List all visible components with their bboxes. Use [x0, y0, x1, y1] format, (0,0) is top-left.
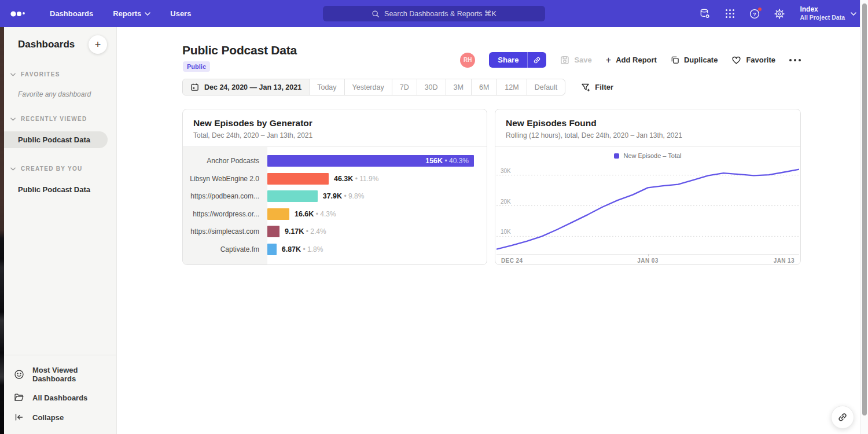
card-new-episodes-found: New Episodes Found Rolling (12 hours), t… [495, 109, 801, 265]
search-input[interactable]: Search Dashboards & Reports ⌘K [323, 6, 545, 21]
smiley-icon [14, 369, 24, 380]
svg-text:?: ? [753, 10, 756, 17]
footer-label: Collapse [32, 413, 64, 422]
bar-row: https://simplecast.com9.17K • 2.4% [183, 223, 487, 241]
share-link-floating-button[interactable] [831, 406, 854, 429]
project-switcher[interactable]: Index All Project Data [800, 5, 856, 21]
bar-segment[interactable] [267, 244, 277, 255]
scrollbar-thumb[interactable] [862, 3, 867, 415]
sidebar-item-public-podcast-data[interactable]: Public Podcast Data [4, 181, 116, 198]
chart-title[interactable]: New Episodes by Generator [193, 118, 476, 128]
filter-label: Filter [595, 83, 613, 91]
add-dashboard-button[interactable]: + [89, 35, 107, 54]
search-icon [372, 10, 380, 18]
bar-row: https://wordpress.or...16.6K • 4.3% [183, 205, 487, 223]
bar-value-label: 156K • 40.3% [425, 157, 469, 165]
save-icon [560, 56, 569, 65]
copy-icon [671, 56, 679, 64]
primary-nav: Dashboards Reports Users [50, 9, 191, 18]
duplicate-label: Duplicate [684, 56, 718, 64]
sidebar-item-public-podcast-data[interactable]: Public Podcast Data [0, 131, 108, 148]
public-badge: Public [183, 61, 210, 72]
duplicate-button[interactable]: Duplicate [671, 56, 718, 64]
bar-value-label: 16.6K • 4.3% [295, 210, 336, 218]
more-options-button[interactable] [789, 57, 801, 64]
share-button[interactable]: Share [489, 52, 546, 68]
favorite-button[interactable]: Favorite [731, 56, 775, 65]
all-dashboards-button[interactable]: All Dashboards [4, 388, 116, 407]
apps-grid-icon[interactable] [724, 8, 735, 20]
date-preset-3m[interactable]: 3M [446, 79, 471, 95]
x-axis: DEC 24JAN 03JAN 13 [496, 254, 799, 265]
bar-value-label: 46.3K • 11.9% [334, 175, 378, 183]
bar-category-label: https://simplecast.com [183, 227, 267, 236]
help-icon[interactable]: ? [749, 8, 760, 20]
date-preset-30d[interactable]: 30D [417, 79, 446, 95]
date-range-group: Dec 24, 2020 — Jan 13, 2021 TodayYesterd… [182, 79, 565, 95]
date-preset-default[interactable]: Default [527, 79, 565, 95]
nav-label: Reports [113, 9, 141, 18]
bar-category-label: Libsyn WebEngine 2.0 [183, 175, 267, 183]
bar-segment[interactable] [267, 173, 329, 185]
nav-label: Dashboards [50, 9, 93, 18]
mixpanel-logo-icon[interactable] [10, 9, 25, 19]
collapse-sidebar-button[interactable]: Collapse [4, 407, 116, 427]
date-range-picker[interactable]: Dec 24, 2020 — Jan 13, 2021 [183, 79, 309, 95]
x-axis-label: DEC 24 [501, 258, 523, 264]
date-preset-today[interactable]: Today [309, 79, 344, 95]
nav-label: Users [170, 9, 191, 18]
chevron-down-icon [10, 167, 16, 171]
project-scope: All Project Data [800, 14, 845, 21]
sidebar: Dashboards + FAVORITES Favorite any dash… [4, 27, 117, 434]
bar-rows: Anchor Podcasts156K • 40.3%Libsyn WebEng… [183, 147, 487, 258]
favorite-label: Favorite [746, 56, 775, 64]
add-report-button[interactable]: + Add Report [606, 56, 657, 65]
chart-title[interactable]: New Episodes Found [506, 118, 790, 128]
filter-button[interactable]: Filter [581, 83, 613, 92]
bar-row: Libsyn WebEngine 2.046.3K • 11.9% [183, 170, 487, 188]
app-window: Dashboards Reports Users Search Dashboar… [0, 0, 868, 434]
date-preset-12m[interactable]: 12M [496, 79, 526, 95]
avatar[interactable]: RH [460, 53, 475, 68]
chart-subtitle: Total, Dec 24th, 2020 – Jan 13th, 2021 [193, 131, 476, 139]
x-axis-label: JAN 03 [637, 258, 658, 264]
bar-segment[interactable] [267, 208, 289, 220]
footer-label: Most Viewed Dashboards [32, 366, 116, 383]
bar-value-label: 9.17K • 2.4% [285, 227, 326, 236]
date-preset-7d[interactable]: 7D [392, 79, 417, 95]
collapse-icon [14, 412, 24, 422]
bar-category-label: Captivate.fm [183, 245, 267, 253]
bar-segment[interactable] [267, 226, 279, 237]
line-series[interactable] [496, 170, 799, 249]
chart-legend[interactable]: New Episode – Total [495, 151, 800, 160]
nav-item-users[interactable]: Users [170, 9, 191, 18]
section-label: CREATED BY YOU [21, 165, 83, 172]
line-plot[interactable]: 10K20K30K [496, 161, 799, 254]
bar-value-label: 6.87K • 1.8% [282, 245, 323, 253]
bar-segment[interactable]: 156K • 40.3% [267, 155, 474, 167]
copy-link-button[interactable] [527, 52, 546, 68]
date-range-text: Dec 24, 2020 — Jan 13, 2021 [204, 83, 301, 91]
bar-value-label: 37.9K • 9.8% [323, 192, 365, 200]
nav-item-reports[interactable]: Reports [113, 9, 150, 18]
section-label: RECENTLY VIEWED [21, 116, 87, 122]
bar-row: Anchor Podcasts156K • 40.3% [183, 152, 487, 170]
dashboard-actions: RH Share Save + Add Report Duplicate [460, 52, 801, 68]
section-recently-viewed[interactable]: RECENTLY VIEWED [4, 116, 116, 122]
section-created-by-you[interactable]: CREATED BY YOU [4, 165, 116, 172]
date-preset-6m[interactable]: 6M [471, 79, 496, 95]
calendar-icon [190, 83, 199, 91]
nav-item-dashboards[interactable]: Dashboards [50, 9, 93, 18]
plus-icon: + [606, 56, 611, 65]
bar-category-label: https://wordpress.or... [183, 210, 267, 218]
bar-segment[interactable] [267, 190, 318, 202]
chevron-down-icon [10, 117, 16, 121]
section-favorites[interactable]: FAVORITES [4, 71, 116, 78]
most-viewed-dashboards-button[interactable]: Most Viewed Dashboards [4, 361, 116, 388]
date-preset-yesterday[interactable]: Yesterday [344, 79, 392, 95]
page-title: Public Podcast Data [182, 43, 297, 57]
settings-gear-icon[interactable] [774, 8, 785, 20]
save-button[interactable]: Save [560, 56, 591, 65]
chevron-down-icon [145, 12, 150, 16]
data-management-icon[interactable] [699, 8, 711, 20]
